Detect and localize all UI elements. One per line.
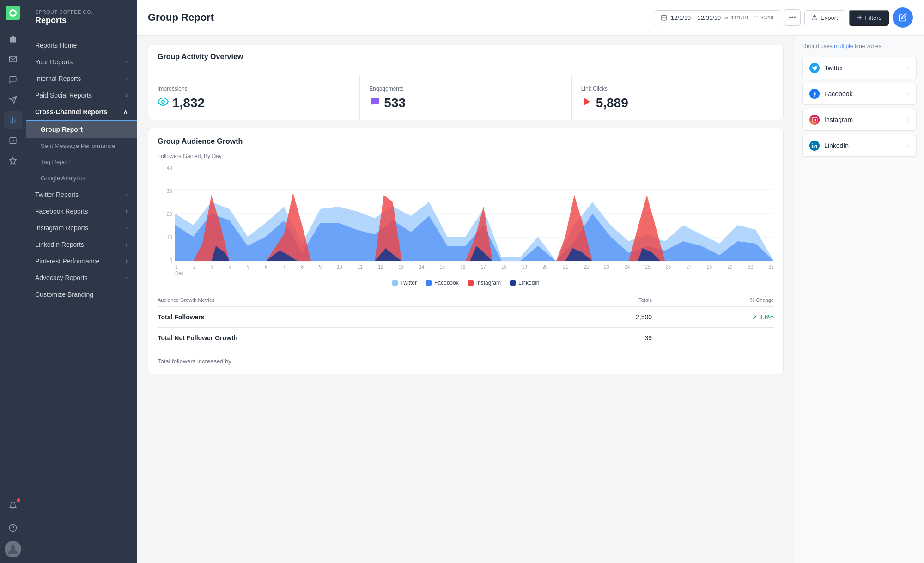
rail-tasks-icon[interactable]: [4, 131, 22, 150]
sidebar-item-internal-reports[interactable]: Internal Reports ›: [26, 70, 137, 87]
sidebar-item-reports-home[interactable]: Reports Home: [26, 37, 137, 54]
link-clicks-metric: Link Clicks 5,889: [572, 76, 783, 120]
sidebar-item-cross-channel[interactable]: Cross-Channel Reports ∧: [26, 104, 137, 121]
x-month-label: Dec: [175, 271, 183, 276]
engagements-value-container: 533: [369, 96, 562, 110]
icon-rail: [0, 0, 26, 563]
more-dots-icon: •••: [789, 13, 796, 22]
sidebar-item-advocacy[interactable]: Advocacy Reports ›: [26, 269, 137, 286]
engagements-label: Engagements: [369, 86, 562, 92]
impressions-metric: Impressions 1,832: [148, 76, 360, 120]
rail-home-icon[interactable]: [4, 30, 22, 48]
rail-bell-icon[interactable]: [4, 496, 22, 515]
legend-linkedin: LinkedIn: [510, 280, 539, 286]
filters-icon: [856, 14, 863, 21]
impressions-icon: [158, 96, 169, 110]
top-bar-actions: 12/1/19 – 12/31/19 vs 11/1/19 – 11/30/19…: [654, 7, 913, 28]
svg-point-26: [812, 143, 813, 144]
x-axis-labels: 1234567891011121314151617181920212223242…: [175, 263, 774, 269]
timezone-note: Report uses multiple time zones: [802, 43, 917, 49]
chart-legend: Twitter Facebook Instagram LinkedIn: [158, 280, 774, 286]
sidebar-item-linkedin-reports[interactable]: LinkedIn Reports ›: [26, 236, 137, 253]
y-label-30: 30: [167, 188, 172, 194]
instagram-icon: [809, 115, 820, 125]
edit-fab-button[interactable]: [893, 7, 913, 28]
table-col-change: % Change: [652, 294, 774, 307]
chart-wrapper: 40 30 20 10 0: [158, 165, 774, 276]
table-col-totals: Totals: [569, 294, 652, 307]
table-row: Total Net Follower Growth 39: [158, 328, 774, 349]
svg-rect-25: [812, 145, 813, 148]
rail-help-icon[interactable]: [4, 519, 22, 537]
network-item-left-linkedin: LinkedIn: [809, 141, 849, 151]
engagements-icon: [369, 96, 380, 110]
sidebar-item-sent-message[interactable]: Sent Message Performance: [26, 138, 137, 154]
app-logo: [6, 6, 20, 20]
legend-facebook: Facebook: [426, 280, 459, 286]
sidebar-item-instagram-reports[interactable]: Instagram Reports ›: [26, 220, 137, 236]
audience-table: Audience Growth Metrics Totals % Change …: [158, 294, 774, 365]
rail-inbox-icon[interactable]: [4, 50, 22, 68]
table-cell-net-label: Total Net Follower Growth: [158, 328, 569, 349]
table-cell-followers-change: ↗ 3.6%: [652, 307, 774, 328]
rail-publish-icon[interactable]: [4, 91, 22, 109]
audience-metrics-table: Audience Growth Metrics Totals % Change …: [158, 294, 774, 348]
rail-reports-icon[interactable]: [4, 111, 22, 129]
sidebar: Sprout Coffee Co. Reports Reports Home Y…: [26, 0, 137, 563]
sidebar-item-group-report[interactable]: Group Report: [26, 121, 137, 138]
chevron-facebook-icon: ›: [126, 208, 128, 214]
metrics-row: Impressions 1,832 Engagements: [148, 76, 783, 120]
svg-point-9: [11, 545, 15, 550]
sidebar-item-your-reports[interactable]: Your Reports ›: [26, 54, 137, 70]
legend-linkedin-dot: [510, 280, 516, 286]
filters-button[interactable]: Filters: [849, 10, 889, 26]
twitter-icon: [809, 63, 820, 73]
table-cell-net-change: [652, 328, 774, 349]
sidebar-item-tag-report[interactable]: Tag Report: [26, 154, 137, 170]
sidebar-item-google-analytics[interactable]: Google Analytics: [26, 170, 137, 186]
sidebar-item-pinterest[interactable]: Pinterest Performance ›: [26, 253, 137, 269]
svg-rect-23: [812, 117, 817, 122]
twitter-chevron-icon: ›: [908, 65, 910, 71]
main-panel: Group Activity Overview Impressions 1,83…: [137, 36, 795, 563]
network-item-linkedin[interactable]: LinkedIn ›: [802, 135, 917, 157]
edit-icon: [899, 13, 907, 22]
impressions-value-container: 1,832: [158, 96, 350, 110]
rail-bottom: [4, 496, 22, 557]
svg-point-16: [162, 100, 164, 103]
engagements-metric: Engagements 533: [360, 76, 571, 120]
network-item-instagram[interactable]: Instagram ›: [802, 109, 917, 131]
page-title: Group Report: [148, 12, 214, 24]
sidebar-header: Sprout Coffee Co. Reports: [26, 0, 137, 33]
table-col-metrics: Audience Growth Metrics: [158, 294, 569, 307]
link-clicks-value-container: 5,889: [581, 96, 774, 110]
more-options-button[interactable]: •••: [784, 9, 801, 26]
rail-star-icon[interactable]: [4, 152, 22, 170]
audience-growth-title: Group Audience Growth: [158, 137, 774, 146]
network-item-facebook[interactable]: Facebook ›: [802, 83, 917, 105]
user-avatar[interactable]: [5, 541, 21, 557]
notification-badge: [17, 498, 20, 502]
calendar-icon: [661, 14, 667, 21]
linkedin-icon: [809, 141, 820, 151]
link-clicks-icon: [581, 96, 592, 110]
y-label-20: 20: [167, 211, 172, 217]
sidebar-item-paid-social[interactable]: Paid Social Reports ›: [26, 87, 137, 104]
y-axis: 40 30 20 10 0: [158, 165, 175, 276]
timezone-link[interactable]: multiple: [834, 43, 853, 49]
network-item-left-instagram: Instagram: [809, 115, 853, 125]
sidebar-item-twitter-reports[interactable]: Twitter Reports ›: [26, 186, 137, 203]
top-bar: Group Report 12/1/19 – 12/31/19 vs 11/1/…: [137, 0, 924, 36]
followers-note: Total followers increased by: [158, 354, 774, 365]
export-button[interactable]: Export: [804, 10, 845, 25]
date-range-button[interactable]: 12/1/19 – 12/31/19 vs 11/1/19 – 11/30/19: [654, 10, 780, 25]
chevron-linkedin-icon: ›: [126, 241, 128, 248]
rail-messages-icon[interactable]: [4, 70, 22, 89]
export-icon: [811, 14, 818, 21]
chart-svg: [175, 165, 774, 262]
facebook-chevron-icon: ›: [908, 91, 910, 97]
sidebar-item-facebook-reports[interactable]: Facebook Reports ›: [26, 203, 137, 220]
network-item-twitter[interactable]: Twitter ›: [802, 57, 917, 79]
content-area: Group Activity Overview Impressions 1,83…: [137, 36, 924, 563]
sidebar-item-customize[interactable]: Customize Branding: [26, 286, 137, 303]
